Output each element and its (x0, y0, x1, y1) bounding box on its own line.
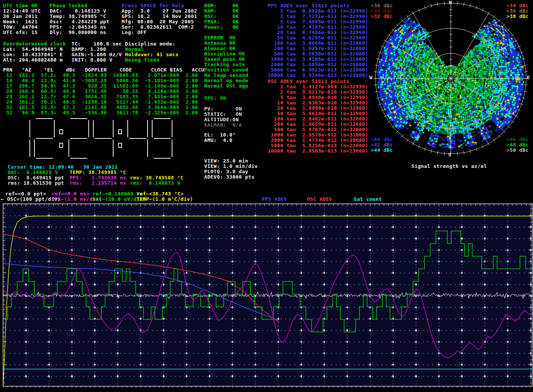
status-block-line-11: Tracking sats (204, 62, 245, 67)
polar-legend-bl-line-1: >42 dBc (371, 142, 393, 148)
sat-table-line-7: 31 101.3 25.3↑ 47.2 2141.90 4892.46 3.36… (3, 105, 198, 110)
polar-legend-tl-line-2: >32 dBc (371, 14, 393, 19)
cursor-col1-line-1: OSC: 8.649415 ppt (8, 175, 64, 181)
history-plot-canvas[interactable] (0, 203, 533, 392)
legend-pps-adev-line-0: PPS ADEV (262, 197, 287, 202)
tc-block-line-3: INIT: 0.000 V (72, 57, 112, 63)
sat-table-line-6: 24 161.2 70.2↓ 49.5 -1230.16 5117.44 -1.… (3, 99, 198, 105)
overdetermined-block-line-3: Alt: 204.46002480 m (3, 57, 63, 63)
pps-adev-block-line-0: PPS ADEV over 51613 points (268, 3, 349, 8)
status-block-line-7: Antenna OK (204, 41, 236, 46)
polar-legend-br-line-0: >46 dBc (507, 137, 529, 142)
pv-block-line-2: ALTITUDE:ON (204, 117, 239, 122)
status-block-line-2: OSC: OK (204, 14, 239, 19)
utc-block-line-5: UTC ofs: 15 (3, 30, 38, 35)
utc-block-line-4: TOW: 44704 (3, 24, 38, 30)
status-block-line-13: No leap second (204, 73, 248, 78)
osc-adev-block-line-2: 2 tau 9.6217e-010 (n=32996) (268, 89, 368, 95)
status-block-line-12: Position saved (204, 67, 248, 73)
status-block-line-15: Normal OSC age (204, 83, 248, 89)
ref-temp-line-0: ref~<38.743 °C> (136, 191, 184, 197)
status-block-line-3: FPGA: OK (204, 19, 239, 24)
compass-n-line-0: N (449, 0, 452, 5)
pps-adev-block-line-11: 2000 tau 1.6896e-012 (n=29000) (268, 62, 368, 67)
pps-adev-block-line-9: 500 tau 6.5630e-012 (n=32000) (268, 51, 368, 57)
pps-on-block-line-0: PPS: ON (204, 96, 226, 101)
osc-adev-block-line-9: 500 tau 5.8787e-012 (n=32000) (268, 127, 368, 132)
status-block-line-14: Normal op mode (204, 78, 248, 83)
pps-adev-block-line-12: 5000 tau 6.9923e-013 (n=23000) (268, 67, 368, 73)
osc-adev-block-line-3: 5 tau 3.8948e-010 (n=32990) (268, 95, 368, 100)
sat-table-line-5: 23 202.2 22.7↑ 47.6 3626.31 7183.35 7.88… (3, 94, 198, 99)
discipline-block-line-2: Holdover: 41 secs (125, 52, 179, 57)
status-block-line-8: Almanac OK (204, 46, 236, 51)
pps-adev-block-line-13: 10000 tau 3.5346e-013 (n=13000) (268, 73, 368, 78)
polar-legend-tr-line-0: >34 dBc (507, 3, 529, 8)
status-block-line-4: Power: OK (204, 24, 239, 30)
utc-block-line-2: 30 Jan 2011 (3, 14, 38, 19)
overdetermined-block-line-1: Lat: 54.4964948° N (3, 47, 63, 52)
sat-table-line-4: 20 260.6 60.5↑ 49.6 1751.48 30.15 3.120e… (3, 89, 198, 94)
discipline-block-line-1: Normal (125, 47, 144, 52)
satellite-polar-map-canvas (369, 0, 533, 158)
cursor-col1-line-0: DAC: 0.148029 V (8, 170, 58, 175)
osc-adev-block-line-4: 10 tau 2.0303e-010 (n=32980) (268, 100, 368, 106)
polar-legend-br-line-1: >48 dBc (507, 142, 529, 148)
tc-block-line-1: DAMP: 1.200 (72, 47, 106, 52)
view-block-line-0: VIEW: 23.0 min (204, 158, 248, 164)
help-block-line-1: App: 3.0 27 Jun 2002 (122, 8, 197, 14)
help-block-line-0: Press SPACE for help (122, 3, 185, 8)
sat-table-line-8: 32 94.9 87.3↓ 49.5 -336.96 3612.78 -2.32… (3, 110, 198, 115)
ref-osc-line-0: ref=<0.0 ppt> (5, 191, 46, 197)
heather-gps-monitor-screen: UTC time OK12:24:49 UTC30 Jan 2011Week: … (0, 0, 533, 392)
pv-block-line-0: PV: ON (204, 106, 242, 112)
pps-adev-block-line-3: 5 tau 7.4889e-011 (n=32990) (268, 19, 368, 24)
el-amu-block-line-0: EL: 10.0° (204, 132, 236, 138)
discipline-block-line-3: Doing fixes (125, 57, 160, 63)
osc-adev-block-line-12: 5000 tau 5.9256e-013 (n=23000) (268, 143, 368, 148)
big-digital-clock (8, 115, 192, 164)
ref-dac-line-0: ref~<0.148060 V> (93, 191, 143, 197)
osc-adev-block-line-7: 100 tau 2.8402e-011 (n=32800) (268, 116, 368, 122)
polar-legend-bl-line-0: >40 dBc (371, 137, 393, 142)
tc-block-line-0: TC: 100.0 sec (72, 41, 122, 47)
polar-legend-tr-line-1: >36 dBc (507, 8, 529, 14)
phase-block-line-2: Temp: 38.749985 °C (50, 14, 106, 19)
cursor-col2-line-1: PPS: 1.743639 ns (70, 175, 126, 181)
view-block-line-1: VIEW: 1.0 min/div (204, 164, 258, 169)
polar-legend-tl-line-1: >30 dBc (371, 8, 393, 14)
help-block-line-5: Log: OFF (122, 30, 147, 35)
status-block-line-0: ROM: OK (204, 3, 239, 8)
overdetermined-block-line-2: Lon: 18.4337841° E (3, 52, 63, 57)
legend-osc-adev-line-0: OSC ADEV (307, 197, 332, 202)
view-block-line-2: PLOTQ: 3.0 day (204, 169, 248, 174)
pv-block-line-1: STATIC: ON (204, 112, 242, 117)
osc-adev-block-line-0: OSC ADEV over 51613 points (268, 79, 349, 84)
legend-sat-count-line-0: Sat count (354, 197, 382, 202)
scale-temp-line-0: TEMP~(1.0 m°C/div) (136, 197, 193, 202)
status-block-line-6: EEPROM OK (204, 35, 236, 41)
view-block-line-3: ADEVQ: 33000 pts (204, 174, 255, 180)
osc-adev-block-line-5: 20 tau 1.0898e-010 (n=32960) (268, 106, 368, 111)
sat-table-line-3: 17 296.7 34.8↑ 47.3 928.25 11501.69 -1.1… (3, 83, 198, 89)
discipline-block-line-0: Discipline mode: (125, 41, 176, 47)
polar-caption: Signal strength vs az/el (411, 164, 487, 169)
cursor-time-line-line-0: Cursor time: 12:09:40 30 Jan 2011 (8, 164, 118, 170)
osc-adev-block-line-11: 2000 tau 1.4774e-012 (n=29000) (268, 138, 368, 143)
osc-adev-block-line-1: 1 tau 1.9127e-009 (n=32998) (268, 84, 368, 89)
osc-adev-block-line-10: 1000 tau 2.9578e-012 (n=31000) (268, 132, 368, 138)
status-block-line-9: Discipline OK (204, 51, 245, 57)
status-block-line-1: RAM: OK (204, 8, 239, 14)
osc-adev-block-line-13: 10000 tau 2.9563e-013 (n=13000) (268, 148, 368, 154)
el-amu-block-line-1: AMU: 4.0 (204, 138, 232, 143)
cursor-col2-line-2: rms: 2.195714 ns (70, 181, 126, 186)
pps-adev-block-line-10: 1000 tau 3.4108e-012 (n=31000) (268, 57, 368, 62)
sat-table-line-0: PRN °AZ °EL dBc DOPPLER CODE CLOCK BIAS … (3, 67, 205, 73)
pps-adev-block-line-1: 1 tau 9.0926e-011 (n=32998) (268, 8, 368, 14)
osc-adev-block-line-6: 50 tau 5.0610e-011 (n=32900) (268, 111, 368, 116)
compass-e-line-0: E (527, 75, 530, 80)
compass-s-line-0: S (448, 152, 451, 158)
sat-table-line-1: 11 182.2 57.2↓ 49.3 -2024.93 16045.63 2.… (3, 73, 198, 78)
phase-block-line-0: Phase locked (50, 3, 88, 8)
utc-block-line-1: 12:24:49 UTC (3, 8, 41, 14)
